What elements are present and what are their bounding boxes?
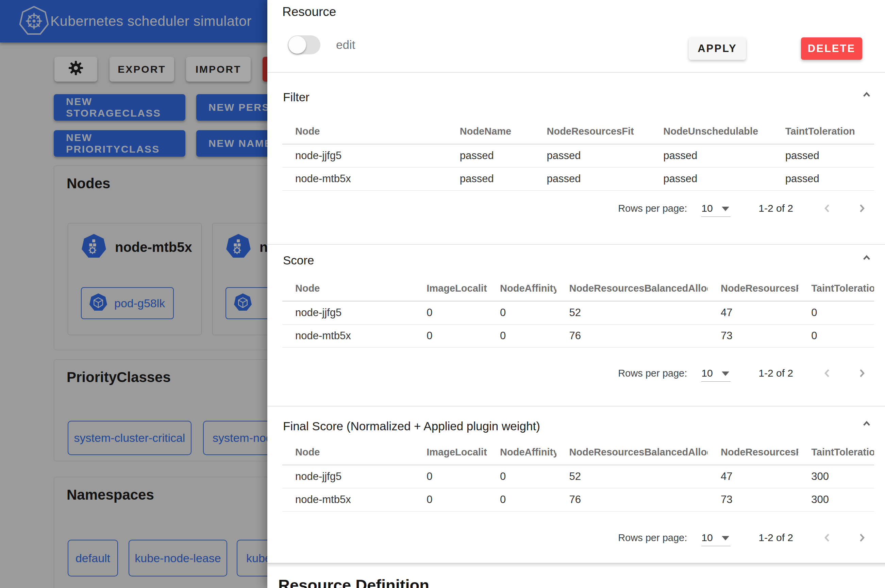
previous-page-button[interactable] (820, 201, 835, 216)
caret-down-icon (722, 207, 729, 211)
section-title-final-score: Final Score (Normalized + Applied plugin… (283, 419, 540, 433)
resource-definition-title: Resource Definition (278, 576, 429, 588)
rows-per-page-label: Rows per page: (618, 532, 687, 543)
rows-per-page-select[interactable]: 10 (701, 529, 730, 546)
edit-toggle-label: edit (336, 38, 355, 52)
collapse-filter-button[interactable] (859, 88, 874, 103)
table-cell: node-jjfg5 (282, 144, 447, 167)
section-title-score: Score (283, 254, 314, 267)
table-cell: passed (772, 144, 874, 167)
table-cell: node-jjfg5 (282, 465, 413, 488)
page-range-label: 1-2 of 2 (759, 532, 793, 543)
table-cell: 0 (798, 324, 874, 347)
column-header: ImageLocality (413, 440, 487, 465)
table-cell: passed (533, 167, 650, 190)
page-range-label: 1-2 of 2 (759, 202, 793, 214)
score-pagination: Rows per page: 10 1-2 of 2 (282, 362, 874, 384)
table-cell: node-mtb5x (282, 488, 413, 511)
table-cell: 300 (798, 465, 874, 488)
final-score-pagination: Rows per page: 10 1-2 of 2 (282, 526, 874, 549)
apply-button[interactable]: APPLY (689, 38, 746, 60)
collapse-final-score-button[interactable] (859, 417, 874, 432)
table-cell: passed (650, 144, 772, 167)
divider-shadow (267, 564, 885, 568)
section-title-filter: Filter (283, 90, 310, 104)
column-header: NodeName (447, 119, 534, 144)
column-header: TaintToleration (772, 119, 874, 144)
table-cell: passed (447, 167, 534, 190)
chevron-up-icon (860, 88, 873, 103)
next-page-button[interactable] (854, 201, 869, 216)
delete-button[interactable]: DELETE (801, 38, 862, 60)
table-cell: 0 (487, 488, 556, 511)
table-cell: 0 (487, 465, 556, 488)
rows-per-page-value: 10 (701, 368, 712, 379)
table-cell: 300 (798, 488, 874, 511)
rows-per-page-select[interactable]: 10 (701, 365, 730, 382)
table-cell: passed (447, 144, 534, 167)
divider (267, 244, 885, 245)
page-range-label: 1-2 of 2 (759, 368, 793, 379)
rows-per-page-select[interactable]: 10 (701, 200, 730, 217)
divider (267, 406, 885, 406)
table-cell: 0 (413, 488, 487, 511)
table-cell: 47 (708, 301, 798, 324)
chevron-up-icon (860, 417, 873, 432)
table-cell: 73 (708, 488, 798, 511)
column-header: TaintToleration (798, 440, 874, 465)
next-page-button[interactable] (854, 366, 869, 381)
rows-per-page-value: 10 (701, 202, 712, 214)
table-cell: 47 (708, 465, 798, 488)
column-header: NodeResourcesFit (533, 119, 650, 144)
table-row: node-mtb5x0076730 (282, 324, 874, 347)
rows-per-page-value: 10 (701, 532, 712, 543)
column-header: NodeResourcesBalancedAllocation (556, 276, 708, 301)
table-header-row: NodeImageLocalityNodeAffinityNodeResourc… (282, 276, 874, 301)
table-cell: passed (772, 167, 874, 190)
previous-page-button[interactable] (820, 366, 835, 381)
table-cell: 76 (556, 488, 708, 511)
table-row: node-mtb5xpassedpassedpassedpassed (282, 167, 874, 190)
table-cell: node-mtb5x (282, 324, 413, 347)
column-header: Node (282, 276, 413, 301)
caret-down-icon (722, 536, 729, 540)
caret-down-icon (722, 372, 729, 376)
filter-table: NodeNodeNameNodeResourcesFitNodeUnschedu… (282, 119, 874, 190)
table-row: node-mtb5x007673300 (282, 488, 874, 511)
table-cell: 52 (556, 301, 708, 324)
rows-per-page-label: Rows per page: (618, 203, 687, 214)
column-header: TaintToleration (798, 276, 874, 301)
score-table: NodeImageLocalityNodeAffinityNodeResourc… (282, 276, 874, 348)
final-score-table: NodeImageLocalityNodeAffinityNodeResourc… (282, 440, 874, 512)
edit-toggle-knob (288, 36, 306, 54)
table-cell: 52 (556, 465, 708, 488)
column-header: NodeResourcesBalancedAllocation (556, 440, 708, 465)
column-header: NodeResourcesFit (708, 276, 798, 301)
table-row: node-jjfg50052470 (282, 301, 874, 324)
table-cell: 73 (708, 324, 798, 347)
table-cell: 0 (413, 324, 487, 347)
table-cell: 0 (487, 301, 556, 324)
table-cell: node-mtb5x (282, 167, 447, 190)
column-header: ImageLocality (413, 276, 487, 301)
chevron-up-icon (860, 251, 873, 266)
table-cell: passed (650, 167, 772, 190)
table-cell: 0 (487, 324, 556, 347)
divider (267, 72, 885, 73)
column-header: NodeResourcesFit (708, 440, 798, 465)
table-cell: 0 (798, 301, 874, 324)
column-header: NodeAffinity (487, 440, 556, 465)
table-row: node-jjfg5005247300 (282, 465, 874, 488)
table-cell: 0 (413, 301, 487, 324)
column-header: Node (282, 119, 447, 144)
next-page-button[interactable] (854, 530, 869, 545)
collapse-score-button[interactable] (859, 251, 874, 266)
table-cell: passed (533, 144, 650, 167)
filter-pagination: Rows per page: 10 1-2 of 2 (282, 197, 874, 220)
table-row: node-jjfg5passedpassedpassedpassed (282, 144, 874, 167)
edit-toggle[interactable] (288, 35, 320, 54)
column-header: Node (282, 440, 413, 465)
column-header: NodeAffinity (487, 276, 556, 301)
previous-page-button[interactable] (820, 530, 835, 545)
resource-drawer: Resource edit APPLY DELETE Filter NodeNo… (267, 0, 885, 588)
